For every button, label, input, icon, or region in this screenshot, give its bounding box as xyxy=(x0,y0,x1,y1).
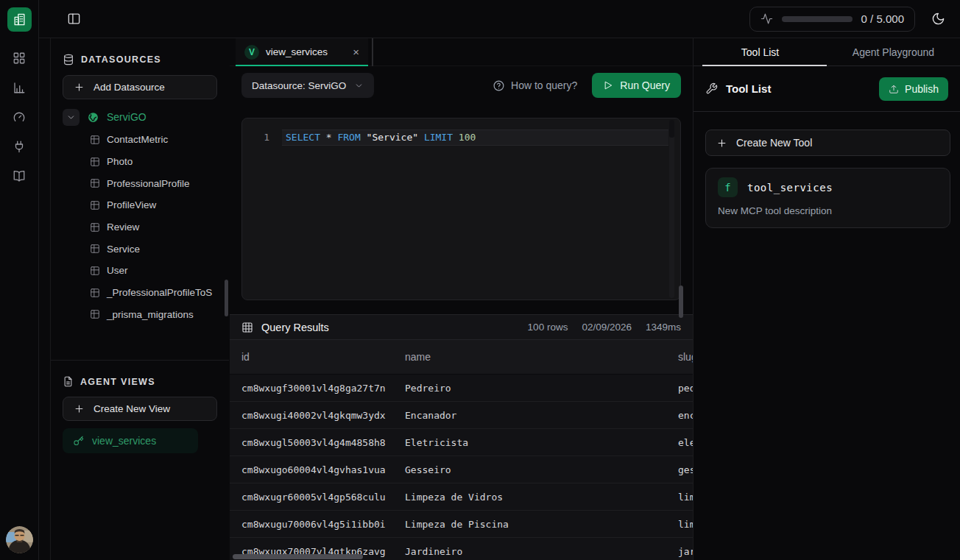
key-icon xyxy=(73,436,84,447)
run-query-button[interactable]: Run Query xyxy=(592,73,681,98)
plus-icon xyxy=(716,138,727,149)
line-number: 1 xyxy=(242,130,282,146)
create-new-view-label: Create New View xyxy=(93,403,170,414)
cell-slug: eletricista xyxy=(678,437,693,448)
view-item-view-services[interactable]: view_services xyxy=(63,428,198,453)
create-new-tool-label: Create New Tool xyxy=(736,137,812,149)
tab-label: view_services xyxy=(266,46,328,57)
column-header-id[interactable]: id xyxy=(230,351,405,363)
table-row[interactable]: cm8wxugo60004vl4gvhas1vua Gesseiro gesse… xyxy=(230,456,693,483)
table-item-user[interactable]: User xyxy=(51,260,229,282)
gauge-icon xyxy=(13,110,26,124)
activity-icon xyxy=(760,13,773,25)
table-row[interactable]: cm8wxugf30001vl4g8ga27t7n Pedreiro pedre… xyxy=(230,375,693,402)
tab-tool-list[interactable]: Tool List xyxy=(693,38,827,65)
usage-meter: 0 / 5.000 xyxy=(749,7,915,32)
table-row[interactable]: cm8wxugl50003vl4g4m4858h8 Eletricista el… xyxy=(230,429,693,456)
chevron-down-icon xyxy=(66,113,76,122)
table-item-professionalprofile[interactable]: ProfessionalProfile xyxy=(51,172,229,194)
sidebar-scrollbar[interactable] xyxy=(225,280,228,316)
cell-slug: gesseiro xyxy=(678,464,693,475)
moon-icon xyxy=(931,12,945,26)
tool-description: New MCP tool description xyxy=(718,205,938,216)
close-tab-button[interactable]: × xyxy=(353,46,359,57)
table-row[interactable]: cm8wxugu70006vl4g5i1ibb0i Limpeza de Pis… xyxy=(230,511,693,538)
play-icon xyxy=(603,80,613,91)
editor-scrollbar[interactable] xyxy=(669,120,674,298)
results-title: Query Results xyxy=(261,322,329,333)
theme-toggle-button[interactable] xyxy=(931,12,945,26)
datasources-title: DATASOURCES xyxy=(81,54,161,65)
create-new-tool-button[interactable]: Create New Tool xyxy=(705,130,950,156)
panel-left-icon xyxy=(67,12,81,26)
datasource-select[interactable]: Datasource: ServiGO xyxy=(241,73,374,98)
tool-list-title: Tool List xyxy=(726,82,771,95)
table-item-contactmetric[interactable]: ContactMetric xyxy=(51,129,229,151)
table-icon xyxy=(90,157,100,167)
cell-name: Limpeza de Piscina xyxy=(405,519,678,530)
how-to-query-link[interactable]: How to query? xyxy=(493,79,577,92)
table-item-professionalprofiletoservice[interactable]: _ProfessionalProfileToS xyxy=(51,282,229,304)
table-icon xyxy=(90,288,100,298)
cell-id: cm8wxugi40002vl4gkqmw3ydx xyxy=(230,410,405,421)
add-datasource-button[interactable]: Add Datasource xyxy=(63,75,217,99)
table-item-service[interactable]: Service xyxy=(51,238,229,260)
cell-name: Jardineiro xyxy=(405,546,678,557)
run-query-label: Run Query xyxy=(620,79,670,91)
query-results-header: Query Results 100 rows 02/09/2026 1349ms xyxy=(230,314,693,340)
plug-icon xyxy=(13,140,26,153)
view-item-label: view_services xyxy=(92,435,156,447)
results-duration: 1349ms xyxy=(646,322,681,333)
tab-view-services[interactable]: V view_services × xyxy=(236,38,368,65)
cell-name: Encanador xyxy=(405,410,678,421)
column-header-name[interactable]: name xyxy=(405,351,678,363)
sql-editor[interactable]: 1 SELECT * FROM "Service" LIMIT 100 xyxy=(241,118,681,300)
table-row[interactable]: cm8wxugi40002vl4gkqmw3ydx Encanador enca… xyxy=(230,402,693,429)
cell-id: cm8wxugf30001vl4g8ga27t7n xyxy=(230,383,405,394)
collapse-datasource-button[interactable] xyxy=(63,109,80,126)
dashboard-nav-button[interactable] xyxy=(13,52,26,65)
table-icon xyxy=(90,222,100,233)
top-bar: 0 / 5.000 xyxy=(39,0,960,38)
main-vertical-scrollbar[interactable] xyxy=(679,286,683,318)
tool-list-tab-label: Tool List xyxy=(741,46,779,58)
upload-icon xyxy=(889,84,899,94)
tool-card-tool-services[interactable]: f tool_services New MCP tool description xyxy=(705,168,950,228)
tab-agent-playground[interactable]: Agent Playground xyxy=(827,38,960,65)
datasource-name[interactable]: ServiGO xyxy=(107,111,147,123)
cell-name: Eletricista xyxy=(405,437,678,448)
app-logo[interactable] xyxy=(7,7,32,32)
publish-button[interactable]: Publish xyxy=(879,77,948,101)
main-area: V view_services × Datasource: ServiGO Ho… xyxy=(230,38,693,560)
table-icon xyxy=(90,200,100,210)
sidebar-toggle-button[interactable] xyxy=(67,12,81,26)
table-item-profileview[interactable]: ProfileView xyxy=(51,194,229,216)
cell-slug: limpeza-de-vidros xyxy=(678,492,693,503)
table-horizontal-scrollbar[interactable] xyxy=(233,554,363,559)
table-item-prisma-migrations[interactable]: _prisma_migrations xyxy=(51,304,229,326)
table-item-photo[interactable]: Photo xyxy=(51,151,229,173)
table-item-review[interactable]: Review xyxy=(51,216,229,238)
create-new-view-button[interactable]: Create New View xyxy=(63,397,217,421)
sql-keyword: SELECT xyxy=(286,132,320,143)
agent-views-title: AGENT VIEWS xyxy=(80,377,155,387)
agent-views-section-header: AGENT VIEWS xyxy=(51,361,229,395)
icon-rail xyxy=(0,0,39,560)
datasource-connection-row[interactable]: ServiGO xyxy=(51,105,229,129)
analytics-nav-button[interactable] xyxy=(13,81,26,94)
tab-divider xyxy=(372,38,373,66)
chevron-down-icon xyxy=(354,81,364,91)
connections-nav-button[interactable] xyxy=(13,140,26,153)
sql-line-1[interactable]: 1 SELECT * FROM "Service" LIMIT 100 xyxy=(242,130,680,146)
sql-limit-value: 100 xyxy=(459,132,476,143)
docs-nav-button[interactable] xyxy=(13,169,26,182)
table-row[interactable]: cm8wxugr60005vl4gp568culu Limpeza de Vid… xyxy=(230,483,693,511)
tool-list-header: Tool List Publish xyxy=(693,66,960,112)
publish-label: Publish xyxy=(905,83,939,95)
gauge-nav-button[interactable] xyxy=(13,110,26,124)
left-sidebar: DATASOURCES Add Datasource ServiGO Conta… xyxy=(39,38,229,560)
column-header-slug[interactable]: slug xyxy=(678,351,693,363)
cell-slug: encanador xyxy=(678,410,693,421)
user-avatar[interactable] xyxy=(6,526,33,553)
results-row-count: 100 rows xyxy=(528,322,568,333)
